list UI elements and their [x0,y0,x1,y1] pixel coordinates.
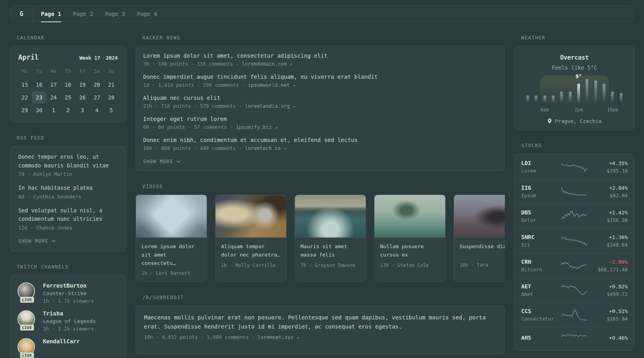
calendar-week: Week 17 [80,55,101,61]
hn-domain-link[interactable]: loremdomain.com [242,61,287,67]
calendar-year: 2024 [106,55,118,61]
stock-name: Consectetur [521,316,559,322]
tab-page-3[interactable]: Page 3 [105,6,125,22]
reddit-meta-text: 19h · 9,932 points · 1,090 comments · [144,334,258,340]
twitch-channel-meta: 1h · 1.7k viewers [43,298,94,304]
twitch-channel[interactable]: LIVE Trisha League of Legends 3h · 1.2k … [17,310,118,332]
video-thumbnail[interactable] [374,195,445,238]
hn-domain-link[interactable]: loremlandia.org [245,103,290,109]
weather-hour-ticks: 6am 2pm 10pm [524,107,625,113]
video-title[interactable]: Aliquam tempor dolor nec pharetra… [221,243,281,259]
external-link-icon: ↗ [284,146,287,151]
calendar-day: 17 [47,78,61,91]
video-thumbnail[interactable] [215,195,286,238]
tab-page-1[interactable]: Page 1 [41,6,61,22]
video-card[interactable]: Aliquam tempor dolor nec pharetra… 1h · … [215,195,287,282]
hn-show-more-button[interactable]: SHOW MORE [143,158,180,166]
calendar-day: 3 [75,104,89,117]
hn-item-title[interactable]: Integer eget rutrum lorem [143,116,497,122]
video-title[interactable]: Mauris sit amet massa felis [301,243,360,259]
stock-row[interactable]: DBS Dolor +1.42% $156.28 [515,204,634,228]
twitch-channel[interactable]: LIVE ForrestBurton Counter-Strike 1h · 1… [17,282,118,304]
twitch-channel-info: ForrestBurton Counter-Strike 1h · 1.7k v… [43,282,94,304]
rss-show-more-button[interactable]: SHOW MORE [18,237,56,245]
hn-item-title[interactable]: Lorem ipsum dolor sit amet, consectetur … [143,53,497,59]
calendar-day-header: Th [61,64,75,78]
tab-page-2[interactable]: Page 2 [73,6,93,22]
stock-row[interactable]: IIG Ipsum +2.84% $42.04 [515,179,634,204]
stock-symbol: AHS [521,335,559,341]
stock-sparkline [561,161,587,173]
rss-item-title[interactable]: Donec tempor eros leo, ut commodo mauris… [18,153,118,170]
video-title[interactable]: Lorem ipsum dolor sit amet consectetu… [142,243,201,267]
calendar-day: 24 [47,91,61,104]
tab-page-4[interactable]: Page 4 [137,6,157,22]
hn-domain-link[interactable]: ipsumworld.net [248,82,289,88]
rss-item-title[interactable]: Sed volutpat nulla nisl, a condimentum n… [18,206,118,224]
twitch-channel[interactable]: LIVE KendallCarr [17,338,118,356]
twitch-widget: LIVE ForrestBurton Counter-Strike 1h · 1… [10,275,126,358]
stock-name: Ipsum [521,193,559,198]
hn-meta-text: 3h · 148 points · 116 comments · [143,61,242,67]
weather-bar [560,91,563,103]
weather-hourly-bars [524,78,625,103]
hn-domain-link[interactable]: ipsumify.biz [236,124,272,130]
video-title[interactable]: Nullam posuere cursus ex [380,243,440,259]
stock-row[interactable]: CRN Bitcorn -1.00% $66,171.48 [515,253,634,278]
weather-bar [577,84,580,103]
weather-temp-label: 9° [576,73,582,80]
reddit-post-title[interactable]: Maecenas mollis pulvinar erat non posuer… [144,313,497,331]
stock-change: +4.35% [590,160,628,166]
stock-row[interactable]: LDI Lorem +4.35% $795.18 [515,155,634,179]
stock-sparkline [561,235,587,247]
reddit-domain-link[interactable]: loremnet.xyz [258,334,293,340]
stock-id: AHS [521,335,559,342]
video-meta: 1h · Molly Carrillo [221,263,281,268]
video-card[interactable]: Nullam posuere cursus ex 17h · Stefan Co… [374,195,446,282]
stock-name: Amet [521,291,559,297]
live-badge: LIVE [20,297,34,303]
twitch-channel-name[interactable]: KendallCarr [43,338,80,344]
hn-item: Lorem ipsum dolor sit amet, consectetur … [143,53,497,67]
hn-domain-link[interactable]: loremtech.co [245,145,281,151]
stock-row[interactable]: AHS +0.46% [515,327,634,350]
twitch-channel-name[interactable]: Trisha [43,310,96,317]
calendar-day-header: Mo [17,64,32,78]
weather-bar [552,95,555,103]
rss-item-meta: 12d · Chance Jones [18,225,118,231]
stock-row[interactable]: AET Amet +0.92% $499.72 [515,278,634,302]
weather-bar [611,91,614,103]
stock-row[interactable]: CCS Consectetur +0.51% $165.84 [515,302,634,327]
calendar-header: April Week 17·2024 [17,52,118,64]
hn-meta-text: 1d · 1,414 points · 299 comments · [143,82,248,88]
hn-item-title[interactable]: Aliquam nec cursus elit [143,95,497,101]
twitch-channel-info: KendallCarr [43,338,80,346]
calendar-day-header: Tu [32,64,46,78]
video-card[interactable]: Suspendisse diam 18h · Tara [454,195,505,282]
video-thumbnail[interactable] [454,195,505,238]
calendar-day: 25 [61,91,75,104]
twitch-avatar: LIVE [17,282,37,300]
videos-widget: Lorem ipsum dolor sit amet consectetu… 1… [136,195,505,282]
stock-sparkline [561,260,587,272]
calendar-day: 15 [17,78,32,91]
hn-item-title[interactable]: Donec enim nibh, condimentum et accumsan… [143,137,497,143]
stock-row[interactable]: SNRC Sit +1.36% $148.64 [515,228,634,253]
video-thumbnail[interactable] [295,195,366,238]
hn-item-title[interactable]: Donec imperdiet augue tincidunt felis al… [143,74,497,80]
calendar-day: 2 [61,104,75,117]
twitch-section-label: TWITCH CHANNELS [17,264,126,270]
stock-change: +2.84% [590,185,628,191]
video-title[interactable]: Suspendisse diam [460,243,505,259]
video-card[interactable]: Mauris sit amet massa felis 7h · Grayson… [295,195,366,282]
video-thumbnail[interactable] [136,195,207,238]
subreddit-widget: Maecenas mollis pulvinar erat non posuer… [136,305,505,354]
calendar-day: 26 [75,91,89,104]
video-card[interactable]: Lorem ipsum dolor sit amet consectetu… 1… [136,195,207,282]
rss-item-title[interactable]: In hac habitasse platea [18,184,118,193]
twitch-channel-name[interactable]: ForrestBurton [43,282,94,289]
logo[interactable]: G [10,6,33,22]
stock-values: +0.92% $499.72 [590,284,628,297]
weather-bar [569,91,572,103]
calendar-widget: April Week 17·2024 Mo Tu We Th Fr Sa Su … [10,46,126,123]
